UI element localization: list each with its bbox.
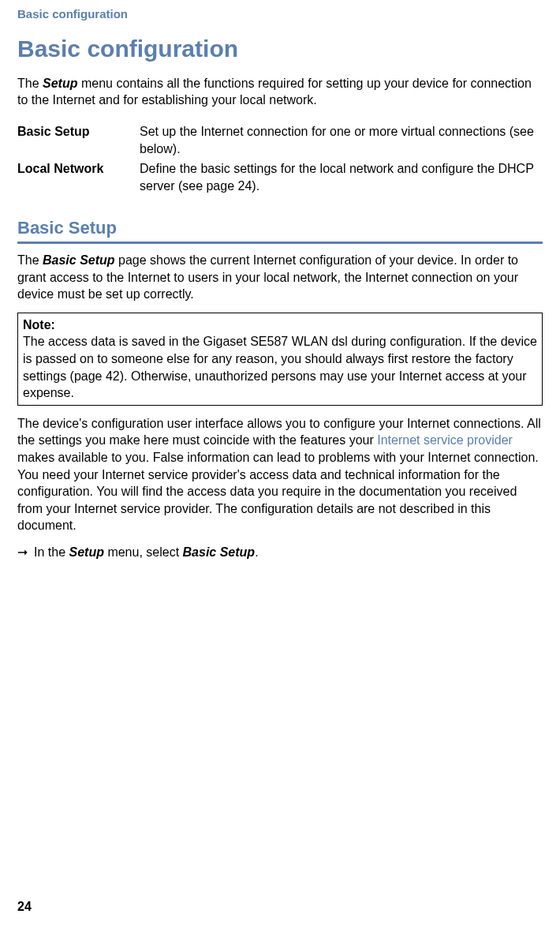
definition-description: Set up the Internet connection for one o… bbox=[140, 123, 543, 157]
running-header: Basic configuration bbox=[17, 6, 543, 22]
definition-term: Local Network bbox=[17, 160, 140, 194]
instruction-p3: . bbox=[255, 545, 258, 559]
note-label: Note: bbox=[23, 316, 537, 334]
definition-list: Basic Setup Set up the Internet connecti… bbox=[17, 123, 543, 194]
instruction-row: ➞ In the Setup menu, select Basic Setup. bbox=[17, 544, 543, 561]
section-intro-bold: Basic Setup bbox=[43, 253, 115, 267]
instruction-p2: menu, select bbox=[104, 545, 183, 559]
chapter-title: Basic configuration bbox=[17, 33, 543, 66]
instruction-b1: Setup bbox=[69, 545, 103, 559]
section-intro-paragraph: The Basic Setup page shows the current I… bbox=[17, 252, 543, 303]
page-number: 24 bbox=[17, 898, 32, 916]
arrow-icon: ➞ bbox=[17, 544, 28, 561]
note-body: The access data is saved in the Gigaset … bbox=[23, 333, 537, 401]
intro-setup-word: Setup bbox=[43, 77, 77, 90]
instruction-p1: In the bbox=[34, 545, 69, 559]
intro-suffix: menu contains all the functions required… bbox=[17, 77, 532, 107]
definition-row: Local Network Define the basic settings … bbox=[17, 160, 543, 194]
config-paragraph: The device's configuration user interfac… bbox=[17, 415, 543, 534]
instruction-text: In the Setup menu, select Basic Setup. bbox=[34, 544, 259, 561]
section-rule bbox=[17, 242, 543, 244]
definition-row: Basic Setup Set up the Internet connecti… bbox=[17, 123, 543, 157]
definition-description: Define the basic settings for the local … bbox=[140, 160, 543, 194]
config-part2: makes available to you. False informatio… bbox=[17, 451, 539, 532]
isp-link: Internet service provider bbox=[377, 433, 513, 447]
definition-term: Basic Setup bbox=[17, 123, 140, 157]
instruction-b2: Basic Setup bbox=[183, 545, 256, 559]
section-heading: Basic Setup bbox=[17, 216, 543, 240]
section-intro-prefix: The bbox=[17, 253, 43, 267]
intro-prefix: The bbox=[17, 77, 43, 90]
intro-paragraph: The Setup menu contains all the function… bbox=[17, 75, 543, 109]
note-box: Note: The access data is saved in the Gi… bbox=[17, 313, 543, 406]
